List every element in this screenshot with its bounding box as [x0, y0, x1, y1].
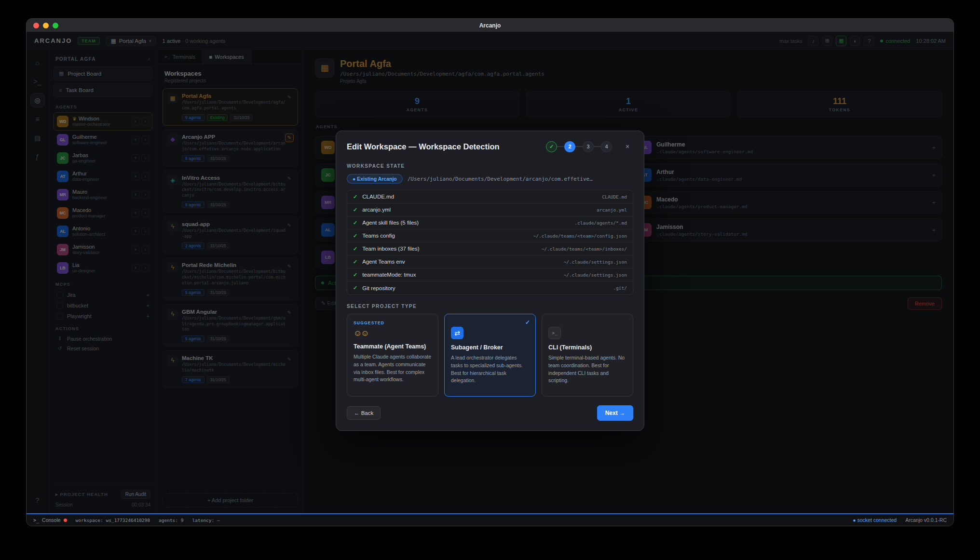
modal-header: Edit Workspace — Workspace Detection ✓ 2…: [336, 131, 644, 159]
step-3: 3: [583, 141, 594, 152]
check-label: Agent Teams env: [362, 259, 558, 265]
check-label: teammateMode: tmux: [362, 272, 558, 278]
check-path: .git/: [613, 285, 627, 291]
detection-check-row: ✓ Agent Teams env ~/.claude/settings.jso…: [347, 255, 633, 268]
check-icon: ✓: [353, 285, 357, 291]
check-label: Git repository: [362, 285, 608, 291]
check-label: Agent skill files (5 files): [362, 220, 570, 226]
suggested-badge: SUGGESTED: [354, 320, 432, 326]
titlebar: Arcanjo: [27, 19, 953, 32]
back-button[interactable]: ← Back: [347, 406, 381, 420]
check-icon: ✓: [353, 272, 357, 278]
step-1-done: ✓: [546, 141, 557, 152]
detection-checklist: ✓ CLAUDE.md CLAUDE.md ✓ arcanjo.yml arca…: [347, 190, 633, 295]
minimize-window-button[interactable]: [43, 23, 49, 28]
status-latency: latency: —: [192, 518, 220, 523]
modal-body: WORKSPACE STATE ● Existing Arcanjo /User…: [336, 159, 644, 397]
shuffle-icon: ⇄: [451, 327, 463, 339]
workspace-state-row: ● Existing Arcanjo /Users/juliano/Docume…: [347, 174, 633, 184]
detection-check-row: ✓ Teams config ~/.claude/teams/<team>/co…: [347, 229, 633, 242]
status-bar: >_ Console workspace: ws_1773246410298 a…: [27, 513, 953, 526]
check-path: .claude/agents/*.md: [574, 220, 627, 226]
modal-footer: ← Back Next →: [336, 397, 644, 430]
detection-check-row: ✓ Git repository .git/: [347, 281, 633, 294]
check-label: CLAUDE.md: [362, 194, 597, 200]
selected-check-icon: ✓: [525, 319, 530, 326]
check-icon: ✓: [353, 233, 357, 239]
terminal-icon: >_: [548, 327, 561, 339]
check-icon: ✓: [353, 259, 357, 265]
project-type-teammate[interactable]: SUGGESTED ☺☺ Teammate (Agent Teams) Mult…: [347, 314, 438, 397]
check-path: arcanjo.yml: [597, 207, 627, 213]
edit-workspace-modal: Edit Workspace — Workspace Detection ✓ 2…: [336, 131, 644, 431]
check-icon: ✓: [353, 207, 357, 213]
status-version: Arcanjo v0.0.1-RC: [905, 517, 947, 523]
status-socket: ● socket connected: [853, 517, 897, 523]
check-icon: ✓: [353, 194, 357, 200]
check-path: ~/.claude/teams/<team>/inboxes/: [542, 246, 627, 252]
project-type-cli[interactable]: >_ CLI (Terminals) Simple terminal-based…: [542, 314, 633, 397]
check-path: ~/.claude/teams/<team>/config.json: [533, 233, 627, 239]
check-path: CLAUDE.md: [602, 194, 627, 200]
detection-check-row: ✓ Team inboxes (37 files) ~/.claude/team…: [347, 242, 633, 255]
window-title: Arcanjo: [479, 22, 501, 29]
check-icon: ✓: [353, 220, 357, 226]
step-4: 4: [601, 141, 612, 152]
detection-check-row: ✓ CLAUDE.md CLAUDE.md: [347, 190, 633, 203]
workspace-state-path: /Users/juliano/Documents/Development/arc…: [408, 176, 593, 182]
check-icon: ✓: [353, 246, 357, 252]
existing-arcanjo-badge: ● Existing Arcanjo: [347, 174, 403, 184]
step-2-active: 2: [564, 141, 575, 152]
wizard-stepper: ✓ 2 3 4: [546, 141, 612, 152]
close-window-button[interactable]: [33, 23, 39, 28]
check-label: Teams config: [362, 233, 528, 239]
select-project-type-label: SELECT PROJECT TYPE: [347, 304, 633, 309]
traffic-lights: [33, 23, 58, 28]
detection-check-row: ✓ Agent skill files (5 files) .claude/ag…: [347, 216, 633, 229]
project-type-subagent[interactable]: ✓ ⇄ Subagent / Broker A lead orchestrato…: [444, 314, 536, 397]
detection-check-row: ✓ arcanjo.yml arcanjo.yml: [347, 203, 633, 216]
status-workspace-id: workspace: ws_1773246410298: [76, 518, 150, 523]
check-label: Team inboxes (37 files): [362, 246, 536, 252]
app-window: Arcanjo ARCANJO TEAM ▦ Portal Agfa ▾ 1 a…: [26, 18, 954, 526]
project-type-cards: SUGGESTED ☺☺ Teammate (Agent Teams) Mult…: [347, 314, 633, 397]
check-path: ~/.claude/settings.json: [563, 272, 627, 278]
detection-check-row: ✓ teammateMode: tmux ~/.claude/settings.…: [347, 268, 633, 281]
close-icon[interactable]: ×: [622, 141, 633, 152]
status-agents-count: agents: 9: [159, 518, 183, 523]
console-alert-dot: [64, 519, 67, 522]
handshake-icon: ☺☺: [354, 329, 432, 338]
workspace-state-label: WORKSPACE STATE: [347, 163, 405, 169]
next-button[interactable]: Next →: [597, 405, 633, 421]
zoom-window-button[interactable]: [53, 23, 58, 28]
check-path: ~/.claude/settings.json: [563, 259, 627, 265]
console-toggle[interactable]: >_ Console: [33, 517, 67, 523]
check-label: arcanjo.yml: [362, 207, 592, 213]
console-icon: >_: [33, 518, 39, 523]
modal-title: Edit Workspace — Workspace Detection: [347, 142, 539, 151]
